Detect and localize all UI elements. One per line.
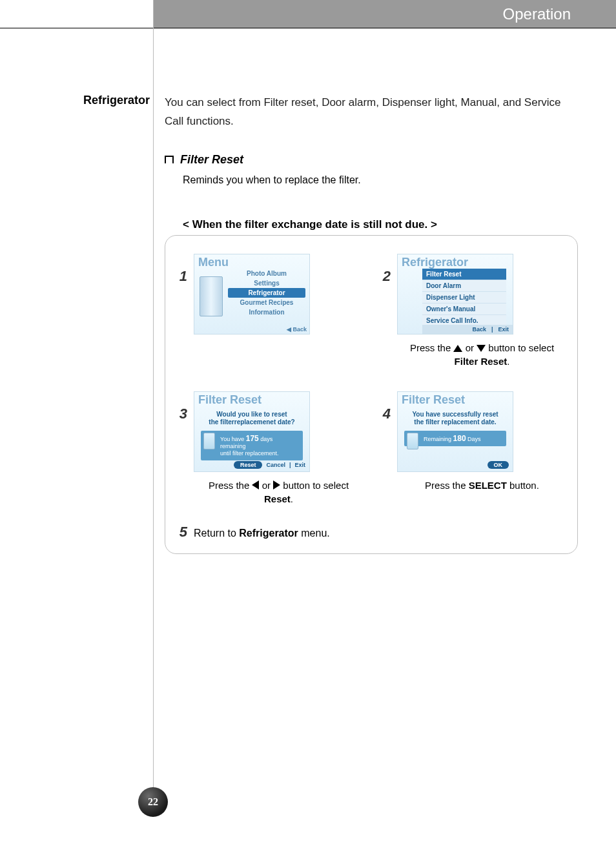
up-triangle-icon — [453, 345, 462, 352]
ok-button-label: OK — [488, 461, 509, 469]
page-number: 22 — [148, 796, 158, 808]
list-item: Dispenser Light — [422, 292, 506, 304]
step-5: 5 Return to Refrigerator menu. — [176, 524, 567, 540]
left-triangle-icon — [252, 480, 259, 489]
filter-reset-heading: Filter Reset — [165, 153, 578, 167]
step-3-caption: Press the or button to select Reset. — [194, 479, 364, 506]
step-1: 1 Menu Photo Album Settings Refrigerator… — [176, 254, 364, 368]
step-1-screen: Menu Photo Album Settings Refrigerator G… — [194, 254, 310, 335]
step-3-screen: Filter Reset Would you like to reset the… — [194, 391, 310, 472]
cancel-button-label: Cancel — [266, 462, 285, 468]
step-4: 4 Filter Reset You have successfully res… — [379, 391, 567, 506]
filter-reset-heading-text: Filter Reset — [180, 153, 243, 167]
top-rule — [0, 28, 616, 28]
header-bar: Operation — [153, 0, 616, 28]
screen3-remaining-box: You have 175 days remaining until filter… — [201, 431, 303, 460]
list-item: Owner's Manual — [422, 304, 506, 315]
exit-button-label: Exit — [498, 326, 509, 333]
screen1-menu: Photo Album Settings Refrigerator Gourme… — [228, 269, 305, 317]
intro-text: You can select from Filter reset, Door a… — [165, 94, 578, 131]
step-5-number: 5 — [176, 524, 187, 540]
filter-icon — [203, 433, 215, 449]
screen4-message: You have successfully reset the filter r… — [398, 408, 513, 429]
right-triangle-icon — [273, 480, 280, 489]
step-2: 2 Refrigerator Filter Reset Door Alarm D… — [379, 254, 567, 368]
step-3: 3 Filter Reset Would you like to reset t… — [176, 391, 364, 506]
screen4-title: Filter Reset — [398, 392, 513, 408]
screen3-buttons: Reset Cancel | Exit — [198, 461, 305, 469]
header-title: Operation — [503, 5, 571, 23]
list-item-selected: Filter Reset — [422, 269, 506, 280]
screen1-back: ◀ Back — [287, 326, 307, 333]
list-item: Door Alarm — [422, 280, 506, 292]
menu-item: Settings — [228, 278, 305, 288]
step-4-screen: Filter Reset You have successfully reset… — [397, 391, 513, 472]
bullet-icon — [165, 156, 174, 163]
step-5-text: Return to Refrigerator menu. — [194, 528, 330, 539]
step-1-number: 1 — [176, 254, 187, 368]
refrigerator-icon — [200, 276, 223, 316]
step-4-caption: Press the SELECT button. — [397, 479, 567, 492]
reset-button-label: Reset — [234, 461, 263, 469]
menu-item: Gourmet Recipes — [228, 298, 305, 307]
exit-button-label: Exit — [294, 462, 305, 468]
menu-item: Information — [228, 307, 305, 317]
screen3-title: Filter Reset — [194, 392, 309, 408]
step-4-number: 4 — [379, 391, 391, 506]
down-triangle-icon — [477, 345, 486, 352]
screen2-list: Filter Reset Door Alarm Dispenser Light … — [422, 269, 506, 327]
screen2-buttons: Back | Exit — [422, 325, 513, 334]
screen4-remaining-box: Remaining 180 Days — [404, 431, 506, 446]
sidebar-label: Refrigerator — [72, 94, 150, 107]
screen3-question: Would you like to reset the filterreplac… — [194, 408, 309, 429]
scenario-title: < When the filter exchange date is still… — [183, 218, 578, 231]
step-2-screen: Refrigerator Filter Reset Door Alarm Dis… — [397, 254, 513, 335]
menu-item: Photo Album — [228, 269, 305, 278]
steps-panel: 1 Menu Photo Album Settings Refrigerator… — [165, 235, 578, 554]
step-2-caption: Press the or button to select Filter Res… — [397, 341, 567, 368]
divider-vertical — [153, 0, 154, 792]
filter-reset-desc: Reminds you when to replace the filter. — [183, 174, 578, 186]
step-3-number: 3 — [176, 391, 187, 506]
filter-icon — [407, 433, 418, 449]
screen4-buttons: OK — [402, 461, 509, 469]
step-2-number: 2 — [379, 254, 391, 368]
page-number-badge: 22 — [138, 787, 168, 817]
back-button-label: Back — [472, 326, 486, 333]
content-area: You can select from Filter reset, Door a… — [165, 94, 578, 554]
menu-item-selected: Refrigerator — [228, 288, 305, 298]
